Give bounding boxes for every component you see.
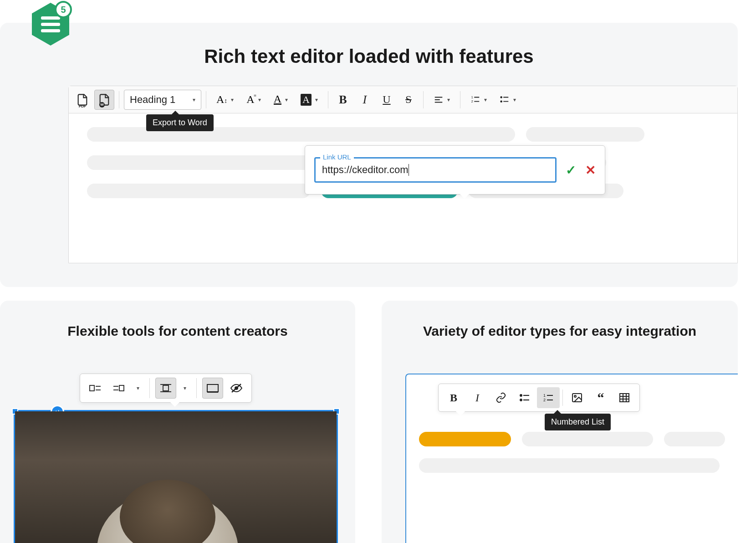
placeholder-line (526, 127, 644, 142)
link-url-input[interactable]: Link URL https://ckeditor.com (314, 157, 557, 183)
svg-point-25 (520, 399, 522, 401)
link-popup: Link URL https://ckeditor.com ✓ ✕ (305, 145, 605, 195)
full-width-button[interactable] (202, 378, 223, 399)
svg-point-8 (501, 101, 502, 102)
numbered-list-button[interactable]: 12 (537, 387, 560, 408)
align-dropdown[interactable]: ▾ (428, 90, 455, 110)
svg-rect-17 (163, 385, 169, 391)
underline-button[interactable]: U (377, 90, 397, 110)
export-pdf-button[interactable]: PDF (72, 90, 92, 110)
placeholder-line (419, 458, 720, 473)
placeholder-line (87, 184, 310, 198)
cancel-link-button[interactable]: ✕ (585, 163, 596, 178)
align-left-button[interactable] (85, 378, 106, 399)
bullet-list-dropdown[interactable]: ▾ (494, 90, 521, 110)
panel-title: Rich text editor loaded with features (0, 23, 738, 86)
image-toolbar: ▾ ▾ (80, 374, 252, 403)
chevron-down-icon: ▾ (258, 97, 261, 103)
inline-editor-frame: B I 12 “ Numbered List (405, 374, 738, 543)
italic-button[interactable]: I (355, 90, 375, 110)
numbered-list-dropdown[interactable]: 12 ▾ (465, 90, 492, 110)
heading-dropdown[interactable]: Heading 1 ▾ (124, 90, 201, 110)
svg-rect-14 (119, 385, 124, 391)
bg-color-dropdown[interactable]: A ▾ (295, 90, 323, 110)
panel-title: Variety of editor types for easy integra… (382, 301, 738, 353)
inline-toolbar: B I 12 “ (438, 384, 640, 412)
blockquote-button[interactable]: “ (589, 387, 612, 408)
bullet-list-button[interactable] (513, 387, 536, 408)
image-button[interactable] (566, 387, 588, 408)
chevron-down-icon: ▾ (484, 97, 487, 103)
version-badge: 5 (55, 1, 72, 18)
align-right-more-button[interactable]: ▾ (132, 378, 144, 399)
export-word-button[interactable]: W (94, 90, 114, 110)
chevron-down-icon: ▾ (447, 97, 450, 103)
confirm-link-button[interactable]: ✓ (566, 163, 576, 178)
chevron-down-icon: ▾ (193, 97, 195, 103)
link-url-label: Link URL (320, 153, 354, 161)
svg-rect-11 (90, 385, 94, 391)
placeholder-line (522, 432, 653, 446)
strike-button[interactable]: S (398, 90, 419, 110)
italic-button[interactable]: I (466, 387, 489, 408)
coffee-image (15, 411, 337, 543)
chevron-down-icon: ▾ (315, 97, 318, 103)
export-word-tooltip: Export to Word (146, 114, 214, 131)
editor-frame: PDF W Heading 1 ▾ A↕ ▾ A≡ ▾ A ▾ (68, 86, 738, 263)
link-button[interactable] (490, 387, 512, 408)
placeholder-line (664, 432, 725, 446)
svg-text:1: 1 (543, 393, 546, 398)
svg-rect-34 (620, 394, 629, 402)
font-size-dropdown[interactable]: A↕ ▾ (211, 90, 239, 110)
selected-image[interactable]: ↵ (14, 410, 338, 543)
brand-logo: 5 (32, 3, 69, 46)
svg-text:2: 2 (471, 99, 473, 103)
line-height-dropdown[interactable]: A≡ ▾ (241, 90, 266, 110)
toggle-caption-button[interactable] (226, 378, 247, 399)
svg-point-7 (501, 97, 502, 98)
editor-toolbar: PDF W Heading 1 ▾ A↕ ▾ A≡ ▾ A ▾ (69, 86, 737, 113)
font-color-dropdown[interactable]: A ▾ (268, 90, 293, 110)
svg-point-33 (574, 395, 576, 397)
selected-text-placeholder (419, 432, 511, 446)
editor-types-panel: Variety of editor types for easy integra… (382, 301, 738, 543)
align-center-more-button[interactable]: ▾ (179, 378, 191, 399)
flexible-tools-panel: Flexible tools for content creators ▾ ▾ … (0, 301, 355, 543)
rich-text-panel: Rich text editor loaded with features PD… (0, 23, 738, 287)
chevron-down-icon: ▾ (231, 97, 234, 103)
chevron-down-icon: ▾ (513, 97, 516, 103)
svg-text:1: 1 (471, 95, 473, 99)
table-button[interactable] (613, 387, 636, 408)
numbered-list-tooltip: Numbered List (545, 414, 611, 430)
align-right-button[interactable] (108, 378, 129, 399)
svg-rect-20 (207, 384, 218, 392)
align-center-button[interactable] (155, 378, 176, 399)
svg-point-24 (520, 394, 522, 396)
bold-button[interactable]: B (333, 90, 353, 110)
svg-text:2: 2 (543, 398, 546, 402)
chevron-down-icon: ▾ (285, 97, 288, 103)
bold-button[interactable]: B (442, 387, 465, 408)
svg-rect-32 (572, 394, 582, 402)
panel-title: Flexible tools for content creators (0, 301, 355, 353)
